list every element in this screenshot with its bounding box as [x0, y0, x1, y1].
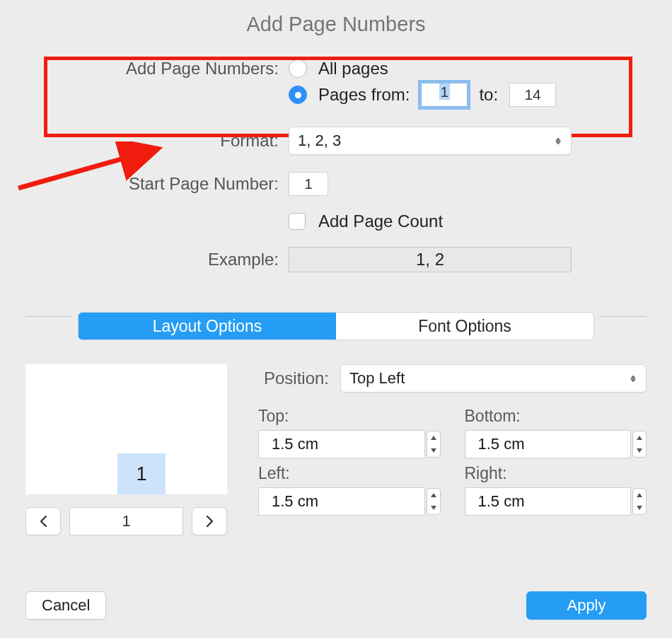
example-label: Example: [0, 250, 289, 269]
left-margin-stepper[interactable] [427, 488, 441, 515]
add-page-count-checkbox[interactable] [289, 213, 306, 230]
stepper-down-icon [633, 501, 646, 514]
prev-page-button[interactable] [25, 507, 61, 535]
chevron-right-icon [206, 516, 214, 527]
stepper-up-icon [633, 489, 646, 501]
stepper-down-icon [427, 501, 440, 514]
top-margin-label: Top: [258, 407, 441, 426]
position-label: Position: [258, 369, 329, 388]
stepper-down-icon [633, 444, 646, 457]
left-margin-label: Left: [258, 464, 441, 483]
dialog-title: Add Page Numbers [0, 0, 672, 43]
left-margin-input[interactable]: 1.5 cm [258, 487, 425, 516]
next-page-button[interactable] [192, 507, 227, 535]
preview-number: 1 [117, 453, 166, 494]
bottom-margin-label: Bottom: [465, 407, 647, 426]
page-preview: 1 [25, 364, 227, 494]
page-number-input[interactable]: 1 [69, 507, 183, 535]
position-value: Top Left [349, 369, 405, 388]
format-value: 1, 2, 3 [298, 132, 341, 150]
right-margin-label: Right: [465, 464, 647, 483]
format-label: Format: [0, 131, 289, 151]
right-margin-input[interactable]: 1.5 cm [465, 487, 632, 516]
start-page-input[interactable]: 1 [289, 172, 328, 196]
position-select[interactable]: Top Left [340, 364, 647, 393]
all-pages-label[interactable]: All pages [318, 59, 388, 79]
add-page-count-label[interactable]: Add Page Count [318, 211, 443, 231]
chevron-updown-icon [628, 374, 637, 383]
apply-button[interactable]: Apply [526, 591, 647, 620]
pages-to-input[interactable]: 14 [509, 83, 556, 107]
tab-font-options[interactable]: Font Options [336, 313, 593, 340]
pages-from-input[interactable]: 1 [421, 83, 468, 107]
pages-from-radio[interactable] [289, 86, 307, 104]
add-page-numbers-label: Add Page Numbers: [0, 59, 289, 79]
top-margin-stepper[interactable] [427, 431, 441, 458]
to-label: to: [479, 85, 498, 105]
options-tabs: Layout Options Font Options [78, 312, 594, 340]
stepper-down-icon [427, 444, 440, 457]
chevron-left-icon [40, 516, 47, 527]
pages-from-label[interactable]: Pages from: [318, 85, 410, 105]
top-margin-input[interactable]: 1.5 cm [258, 430, 425, 458]
example-output: 1, 2 [289, 247, 572, 272]
right-margin-stepper[interactable] [632, 488, 647, 515]
stepper-up-icon [427, 489, 440, 501]
start-page-label: Start Page Number: [0, 174, 289, 194]
cancel-button[interactable]: Cancel [25, 591, 106, 620]
format-select[interactable]: 1, 2, 3 [289, 127, 572, 155]
all-pages-radio[interactable] [289, 59, 307, 78]
bottom-margin-input[interactable]: 1.5 cm [465, 430, 632, 458]
bottom-margin-stepper[interactable] [632, 431, 647, 458]
chevron-updown-icon [553, 137, 562, 146]
stepper-up-icon [633, 431, 646, 444]
tab-layout-options[interactable]: Layout Options [79, 313, 336, 340]
stepper-up-icon [427, 431, 440, 444]
